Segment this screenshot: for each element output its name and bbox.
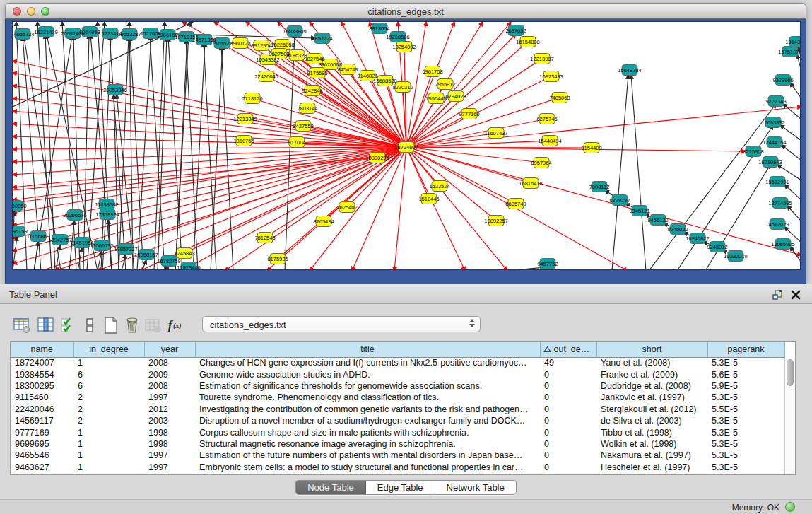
table-row[interactable]: 946362711997Embryonic stem cells: a mode… [11,462,784,473]
graph-edge[interactable] [406,147,541,163]
table-cell[interactable]: 0 [540,450,596,461]
column-header-pagerank[interactable]: pagerank [707,342,784,357]
column-header-short[interactable]: short [596,342,707,357]
graph-edge[interactable] [168,37,182,270]
table-cell[interactable]: 0 [540,438,596,450]
table-cell[interactable]: 5.3E-5 [707,415,784,426]
citation-graph[interactable]: 1872400718300295896012389129541822605898… [13,22,801,270]
table-row[interactable]: 1456911722003Disruption of a novel membe… [11,415,784,426]
table-row[interactable]: 946554611997Estimation of the future num… [11,450,784,461]
table-cell[interactable]: 1 [73,450,144,461]
network-canvas[interactable]: 1872400718300295896012389129541822605898… [12,21,801,270]
table-cell[interactable]: 5.3E-5 [707,426,784,438]
table-cell[interactable]: 5.3E-5 [707,392,784,403]
table-cell[interactable]: Genome-wide association studies in ADHD. [195,368,540,380]
column-header-out_de[interactable]: out_de… [540,342,596,357]
table-cell[interactable]: 1997 [144,450,195,461]
table-cell[interactable]: Structural magnetic resonance image aver… [195,438,540,450]
tab-network-table[interactable]: Network Table [435,481,516,494]
close-panel-icon[interactable] [789,288,802,301]
table-cell[interactable]: 0 [540,392,596,403]
table-cell[interactable]: 2008 [144,380,195,392]
table-cell[interactable]: Estimation of significance thresholds fo… [195,380,540,392]
tab-node-table[interactable]: Node Table [296,481,366,494]
table-selector-dropdown[interactable]: citations_edges.txt [202,316,481,332]
table-cell[interactable]: Tourette syndrome. Phenomenology and cla… [195,392,540,403]
graph-edge[interactable] [406,147,801,255]
table-cell[interactable]: 19384554 [11,368,73,380]
table-cell[interactable]: 9115460 [11,392,73,403]
table-panel-titlebar[interactable]: Table Panel [0,284,812,304]
graph-edge[interactable] [175,22,189,270]
column-header-name[interactable]: name [11,342,73,357]
table-cell[interactable]: 5.3E-5 [707,462,784,473]
graph-edge[interactable] [87,22,105,270]
tab-edge-table[interactable]: Edge Table [366,481,435,494]
table-cell[interactable]: 5.3E-5 [707,450,784,461]
table-row[interactable]: 2242004622012Investigating the contribut… [11,404,784,415]
table-cell[interactable]: 5.9E-5 [707,380,784,392]
table-vertical-scrollbar[interactable] [784,358,795,474]
delete-table-icon[interactable] [143,315,164,336]
table-cell[interactable]: 14569117 [11,415,73,426]
table-cell[interactable]: Disruption of a novel member of a sodium… [195,415,540,426]
graph-edge[interactable] [406,147,440,186]
table-cell[interactable]: 18300295 [11,380,73,392]
table-cell[interactable]: 6 [73,368,144,380]
table-cell[interactable]: 9465546 [11,450,73,461]
table-cell[interactable]: 9463627 [11,462,73,473]
select-all-rows-icon[interactable] [58,315,79,336]
table-cell[interactable]: Yano et al. (2008) [596,357,707,368]
column-header-in_degree[interactable]: in_degree [73,342,144,357]
table-cell[interactable]: de Silva et al. (2003) [596,415,707,426]
table-cell[interactable]: 5.3E-5 [707,357,784,368]
graph-edge[interactable] [631,75,646,270]
table-cell[interactable]: 49 [540,357,596,368]
table-cell[interactable]: 18724007 [11,357,73,368]
table-cell[interactable]: 2003 [144,415,195,426]
function-builder-icon[interactable]: f(x) [167,315,188,336]
graph-edge[interactable] [56,245,60,270]
table-settings-icon[interactable] [11,315,33,336]
table-cell[interactable]: 0 [540,404,596,415]
graph-edge[interactable] [406,147,496,221]
table-row[interactable]: 911546021997Tourette syndrome. Phenomeno… [11,392,784,403]
graph-edge[interactable] [204,42,216,270]
table-cell[interactable]: 0 [540,415,596,426]
table-cell[interactable]: 1997 [144,462,195,473]
window-titlebar[interactable]: citations_edges.txt [5,3,806,19]
table-row[interactable]: 1830029562008Estimation of significance … [11,380,784,392]
table-cell[interactable]: Embryonic stem cells: a model to study s… [195,462,540,473]
graph-edge[interactable] [612,75,628,270]
table-cell[interactable]: 22420046 [11,404,73,415]
table-cell[interactable]: 5.6E-5 [707,368,784,380]
table-cell[interactable]: Hescheler et al. (1997) [596,462,707,473]
table-cell[interactable]: Estimation of the future numbers of pati… [195,450,540,461]
table-cell[interactable]: 5.3E-5 [707,438,784,450]
table-cell[interactable]: 0 [540,462,596,473]
table-row[interactable]: 969969511998Structural magnetic resonanc… [11,438,784,450]
graph-edge[interactable] [783,104,801,119]
table-cell[interactable]: Wolkin et al. (1998) [596,438,707,450]
table-cell[interactable]: Corpus callosum shape and size in male p… [195,426,540,438]
table-cell[interactable]: 1 [73,426,144,438]
graph-edge[interactable] [507,267,544,270]
graph-edge[interactable] [165,267,169,270]
table-cell[interactable]: Changes of HCN gene expression and I(f) … [195,357,540,368]
scrollbar-thumb[interactable] [787,359,794,386]
graph-edge[interactable] [406,147,507,270]
float-panel-icon[interactable] [771,288,784,301]
table-cell[interactable]: 2012 [144,404,195,415]
table-cell[interactable]: 2 [73,392,144,403]
graph-edge[interactable] [406,147,531,183]
table-cell[interactable]: 2 [73,415,144,426]
graph-edge[interactable] [784,185,801,200]
column-header-year[interactable]: year [144,342,195,357]
delete-column-icon[interactable] [122,315,143,336]
table-cell[interactable]: 1998 [144,426,195,438]
table-cell[interactable]: 2009 [144,368,195,380]
column-header-title[interactable]: title [195,342,540,357]
table-cell[interactable]: 0 [540,380,596,392]
graph-edge[interactable] [394,147,406,270]
attribute-table[interactable]: namein_degreeyeartitleout_de…shortpagera… [11,342,785,473]
